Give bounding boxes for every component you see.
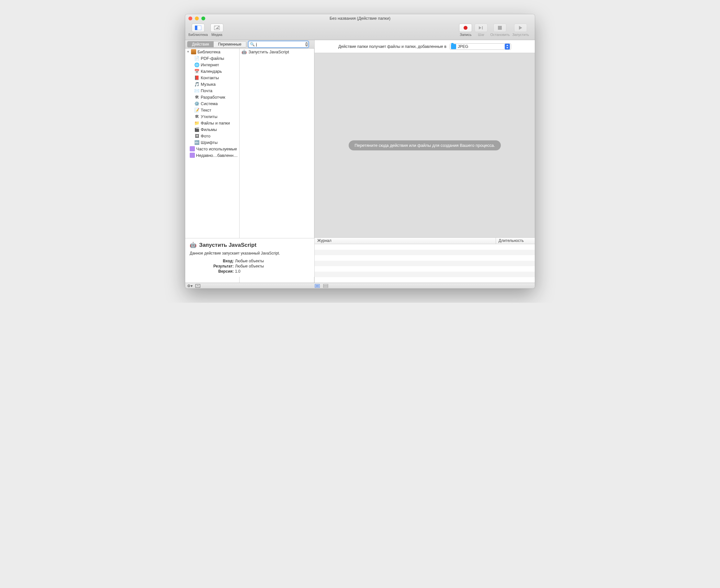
action-label: Запустить JavaScript: [248, 49, 289, 54]
sidebar-item-mail[interactable]: ✉️Почта: [185, 87, 239, 94]
play-icon: [514, 24, 527, 32]
action-run-javascript[interactable]: 🤖 Запустить JavaScript: [240, 48, 314, 55]
sidebar-item-fonts[interactable]: 🔤Шрифты: [185, 139, 239, 146]
text-icon: 📝: [194, 107, 199, 112]
step-button[interactable]: Шаг: [475, 24, 487, 37]
svg-point-3: [218, 26, 219, 27]
media-icon: [211, 24, 223, 32]
mail-icon: ✉️: [194, 88, 199, 93]
run-button[interactable]: Запустить: [512, 24, 529, 37]
view-flow-button[interactable]: [323, 284, 328, 288]
gear-icon: ⚙️: [194, 101, 199, 106]
sidebar-item-movies[interactable]: 🎬Фильмы: [185, 126, 239, 133]
pdf-icon: 📄: [194, 56, 199, 61]
sidebar-item-internet[interactable]: 🌐Интернет: [185, 61, 239, 68]
photo-icon: 🖼: [194, 133, 199, 139]
svg-rect-0: [195, 25, 197, 30]
log-panel: Журнал Длительность: [315, 237, 535, 283]
sidebar-item-pdf[interactable]: 📄PDF-файлы: [185, 55, 239, 61]
minimize-button[interactable]: [195, 17, 199, 20]
log-col-duration[interactable]: Длительность: [496, 238, 535, 244]
svg-rect-6: [498, 26, 502, 30]
files-icon: 📁: [194, 120, 199, 125]
calendar-icon: 📅: [194, 68, 199, 74]
sidebar-item-photo[interactable]: 🖼Фото: [185, 133, 239, 139]
utilities-icon: 🛠: [194, 114, 199, 119]
log-col-journal[interactable]: Журнал: [315, 238, 496, 244]
fonts-icon: 🔤: [194, 140, 199, 145]
workflow-panel: Действие папки получает файлы и папки, д…: [315, 40, 535, 283]
music-icon: 🎵: [194, 82, 199, 87]
record-button[interactable]: Запись: [459, 24, 472, 37]
automator-action-icon: 🤖: [241, 49, 247, 54]
sidebar-root-library[interactable]: ▼ Библиотека: [185, 48, 239, 55]
sidebar-item-utilities[interactable]: 🛠Утилиты: [185, 113, 239, 120]
sidebar-item-text[interactable]: 📝Текст: [185, 107, 239, 113]
svg-point-4: [464, 26, 467, 30]
svg-rect-7: [196, 284, 200, 288]
sidebar-item-contacts[interactable]: 📕Контакты: [185, 75, 239, 81]
library-folder-icon: [191, 49, 196, 54]
globe-icon: 🌐: [194, 62, 199, 67]
actions-variables-segment: Действия Переменные: [187, 41, 246, 47]
sidebar-item-developer[interactable]: 🛠Разработчик: [185, 94, 239, 100]
workflow-canvas[interactable]: Перетяните сюда действия или файлы для с…: [315, 53, 535, 237]
sidebar-smart-frequent[interactable]: Часто используемые: [185, 146, 239, 152]
automator-icon: 🤖: [190, 241, 197, 248]
clear-search-button[interactable]: ✕: [305, 42, 308, 47]
info-input-value: Любые объекты: [235, 259, 264, 263]
smart-folder-icon: [190, 153, 195, 158]
log-rows[interactable]: [315, 244, 535, 283]
tab-variables[interactable]: Переменные: [214, 41, 246, 47]
sidebar-smart-recent[interactable]: Недавно…бавленные: [185, 152, 239, 159]
sidebar-item-files[interactable]: 📁Файлы и папки: [185, 120, 239, 126]
tab-actions[interactable]: Действия: [187, 41, 214, 47]
header-text: Действие папки получает файлы и папки, д…: [338, 44, 446, 49]
gear-menu-button[interactable]: ⚙︎▾: [187, 284, 193, 288]
search-field[interactable]: 🔍 ✕: [248, 41, 308, 47]
zoom-button[interactable]: [201, 17, 205, 20]
info-result-label: Результат:: [190, 264, 235, 269]
media-button[interactable]: Медиа: [211, 24, 223, 37]
library-toggle-button[interactable]: Библиотека: [188, 24, 208, 37]
svg-rect-12: [323, 284, 328, 286]
folder-select[interactable]: JPEG: [450, 43, 511, 50]
movies-icon: 🎬: [194, 127, 199, 132]
svg-rect-5: [482, 26, 483, 29]
collapse-info-button[interactable]: [195, 284, 200, 288]
canvas-hint: Перетяните сюда действия или файлы для с…: [349, 140, 501, 150]
action-info-panel: 🤖Запустить JavaScript Данное действие за…: [185, 238, 315, 277]
window-title: Без названия (Действие папки): [185, 16, 535, 21]
titlebar[interactable]: Без названия (Действие папки): [185, 14, 535, 22]
svg-rect-1: [197, 25, 201, 30]
search-input[interactable]: [256, 42, 305, 47]
disclosure-triangle[interactable]: ▼: [186, 50, 190, 54]
toolbar: Библиотека Медиа Запись Шаг Остановить З…: [185, 22, 535, 40]
sidebar-item-system[interactable]: ⚙️Система: [185, 100, 239, 107]
stop-icon: [493, 24, 506, 32]
info-title: Запустить JavaScript: [199, 242, 256, 248]
developer-icon: 🛠: [194, 94, 199, 100]
library-icon: [192, 24, 205, 32]
close-button[interactable]: [188, 17, 192, 20]
svg-rect-13: [323, 286, 328, 288]
stop-button[interactable]: Остановить: [490, 24, 509, 37]
dropdown-arrows-icon: [505, 44, 510, 49]
step-icon: [475, 24, 487, 32]
info-result-value: Любые объекты: [235, 264, 264, 269]
contacts-icon: 📕: [194, 75, 199, 80]
sidebar-item-calendar[interactable]: 📅Календарь: [185, 68, 239, 75]
info-version-label: Версия:: [190, 269, 235, 274]
traffic-lights: [188, 17, 205, 20]
view-list-button[interactable]: [315, 284, 320, 288]
folder-selected-label: JPEG: [458, 44, 505, 49]
folder-action-header: Действие папки получает файлы и папки, д…: [315, 40, 535, 53]
status-bar: ⚙︎▾: [185, 283, 535, 289]
info-description: Данное действие запускает указанный Java…: [190, 251, 310, 255]
search-icon: 🔍: [250, 42, 255, 47]
info-input-label: Вход:: [190, 259, 235, 263]
smart-folder-icon: [190, 146, 195, 151]
folder-icon: [451, 44, 456, 49]
sidebar-item-music[interactable]: 🎵Музыка: [185, 81, 239, 87]
library-sub-toolbar: Действия Переменные 🔍 ✕: [185, 40, 314, 48]
